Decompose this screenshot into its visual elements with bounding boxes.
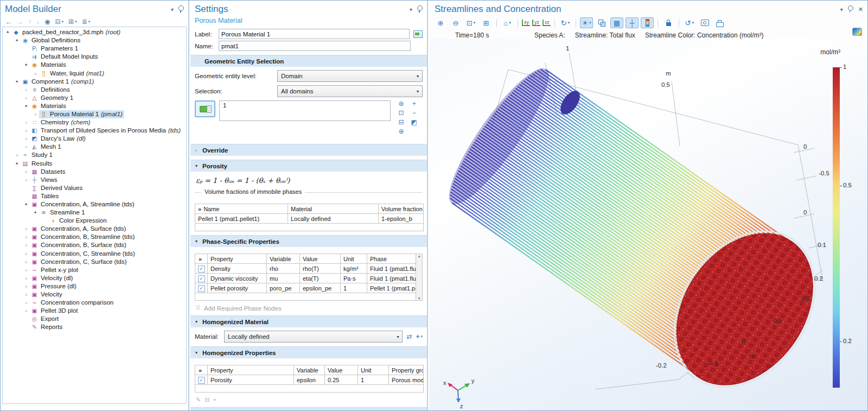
tree-item-concentration-a-surface-tds[interactable]: ▹▣Concentration, A, Surface (tds) <box>3 225 186 233</box>
tree-item-velocity[interactable]: ▹▣Velocity <box>3 290 186 299</box>
tree-item-parameters-1[interactable]: PᵢParameters 1 <box>3 45 186 53</box>
checkbox-checked-icon[interactable]: ✓ <box>198 265 205 273</box>
invert-selection-icon[interactable]: ◩ <box>410 119 419 126</box>
panel-menu-icon[interactable]: ▾ <box>171 7 174 12</box>
tree-item-content[interactable]: ▦Datasets <box>30 168 67 176</box>
name-input[interactable] <box>219 41 411 51</box>
tree-item-content[interactable]: ∑Derived Values <box>30 184 84 192</box>
section-homogenized-properties[interactable]: ▾ Homogenized Properties <box>190 346 427 358</box>
column-header[interactable]: Property <box>208 365 294 375</box>
tree-item-content[interactable]: ⇉Default Model Inputs <box>30 53 99 61</box>
column-header[interactable]: Value <box>325 365 358 375</box>
material-dropdown[interactable]: Locally defined ▾ <box>224 331 403 343</box>
tree-item-content[interactable]: ▤Results <box>21 160 54 168</box>
zoom-out-button[interactable]: ⊖ <box>449 17 462 28</box>
panel-menu-icon[interactable]: ▾ <box>840 7 843 12</box>
tree-item-streamline-1[interactable]: ▸≋Streamline 1 <box>3 208 186 217</box>
table-row[interactable]: ✓Densityrhorho(T)kg/m³Fluid 1 (pmat1.flu… <box>195 264 416 274</box>
tree-expander-icon[interactable]: ▹ <box>23 258 30 266</box>
tree-item-content[interactable]: ◭Mesh 1 <box>30 143 63 151</box>
tree-item-content[interactable]: ▣Velocity <box>30 290 64 299</box>
tree-item-content[interactable]: ✎Reports <box>30 323 64 331</box>
tree-item-content[interactable]: ∼Pellet x-y plot <box>30 266 80 274</box>
move-up-icon[interactable]: ↑ <box>28 18 31 26</box>
tree-item-content[interactable]: ≋Streamline 1 <box>39 208 87 217</box>
remove-from-selection-icon[interactable]: − <box>410 110 419 117</box>
tree-item-global-definitions[interactable]: ▸◉Global Definitions <box>3 36 186 45</box>
column-header[interactable]: Unit <box>341 254 367 264</box>
tree-item-darcy-s-law[interactable]: ▹◩Darcy's Law(dl) <box>3 135 186 143</box>
table-row[interactable]: ✓Porosityepsilon0.251Porous model <box>195 375 424 385</box>
back-icon[interactable]: ← <box>5 18 12 26</box>
pin-icon[interactable] <box>178 5 184 11</box>
tree-item-concentration-b-surface-tds[interactable]: ▹▣Concentration, B, Surface (tds) <box>3 241 186 249</box>
section-appearance[interactable]: ▹ Appearance <box>190 407 427 411</box>
tree-expander-icon[interactable]: ▹ <box>33 69 39 78</box>
selection-list-item[interactable]: 1 <box>223 102 226 109</box>
table-row[interactable]: ✓Pellet porosityporo_peepsilon_pe1Pellet… <box>195 283 416 293</box>
tree-item-concentration-c-surface-tds[interactable]: ▹▣Concentration, C, Surface (tds) <box>3 258 186 266</box>
tree-item-content[interactable]: ∷Chemistry(chem) <box>30 118 92 127</box>
tree-item-content[interactable]: ▣Velocity (dl) <box>30 274 74 282</box>
tree-expander-icon[interactable]: ▹ <box>23 143 30 151</box>
tree-item-velocity-dl[interactable]: ▹▣Velocity (dl) <box>3 274 186 282</box>
column-header[interactable]: Property <box>208 254 267 264</box>
model-tree-node-button[interactable]: ≣ ▾ <box>82 18 91 26</box>
view-xz-button[interactable]: xz <box>542 20 551 26</box>
tree-item-definitions[interactable]: ▹≡Definitions <box>3 86 186 94</box>
show-icon[interactable]: ◉ <box>44 18 50 26</box>
copy-selection-icon[interactable]: ⊡ <box>397 110 406 117</box>
forward-icon[interactable]: → <box>17 18 23 26</box>
scene-light-button[interactable]: ☀▾ <box>580 17 593 28</box>
tree-item-content[interactable]: ◉Materials <box>30 102 68 110</box>
tree-item-content[interactable]: ▣Concentration, B, Streamline (tds) <box>30 233 136 241</box>
tree-expander-icon[interactable]: ▹ <box>23 135 30 143</box>
plot-thumbnail-icon[interactable] <box>852 28 862 36</box>
tree-item-content[interactable]: ◉Global Definitions <box>21 36 82 45</box>
snapshot-button[interactable] <box>698 17 711 28</box>
tree-item-materials[interactable]: ▸◉Materials <box>3 102 186 110</box>
tree-item-content[interactable]: ⣿Water, liquid(mat1) <box>39 69 106 78</box>
tree-expander-icon[interactable]: ▹ <box>23 176 30 184</box>
tree-expander-icon[interactable]: ▹ <box>23 168 30 176</box>
column-header[interactable]: Value <box>300 254 341 264</box>
expand-all-button[interactable]: ⊞ ▾ <box>68 18 77 26</box>
default-view-button[interactable]: ⌂▾ <box>501 17 514 28</box>
rotate-button[interactable]: ↻▾ <box>559 17 572 28</box>
tree-item-concentration-a-streamline-tds[interactable]: ▸▣Concentration, A, Streamline (tds) <box>3 200 186 208</box>
tree-expander-icon[interactable]: ▹ <box>23 307 30 315</box>
tree-item-content[interactable]: ◧Transport of Diluted Species in Porous … <box>30 127 182 135</box>
tree-expander-icon[interactable]: ▹ <box>23 266 30 274</box>
column-header[interactable]: Name <box>195 204 288 214</box>
tree-item-color-expression[interactable]: ◑Color Expression <box>3 217 186 225</box>
tree-item-content[interactable]: ◩Darcy's Law(dl) <box>30 135 87 143</box>
column-header[interactable]: Volume fraction <box>379 204 424 214</box>
transparency-button[interactable] <box>595 17 608 28</box>
tree-item-content[interactable]: ▣Component 1(comp1) <box>21 78 95 86</box>
tree-item-datasets[interactable]: ▹▦Datasets <box>3 168 186 176</box>
column-header[interactable]: Variable <box>267 254 300 264</box>
tree-item-derived-values[interactable]: ∑Derived Values <box>3 184 186 192</box>
tree-item-content[interactable]: ∼Concentration comparison <box>30 299 115 307</box>
tree-item-content[interactable]: ┼Views <box>30 176 59 184</box>
column-header[interactable]: Phase <box>367 254 416 264</box>
print-button[interactable] <box>713 17 726 28</box>
scene-3d[interactable]: x y z <box>429 39 868 411</box>
tree-item-export[interactable]: ◎Export <box>3 315 186 323</box>
section-override[interactable]: ▹ Override <box>190 144 427 156</box>
grid-button[interactable]: ▦ <box>610 17 623 28</box>
tree-item-content[interactable]: ▣Concentration, C, Streamline (tds) <box>30 250 137 258</box>
edit-icon[interactable]: ✎ <box>196 396 201 403</box>
tree-item-materials[interactable]: ▸◉Materials <box>3 61 186 69</box>
pin-icon[interactable] <box>848 5 853 11</box>
tree-item-transport-of-diluted-species-in-porous-media[interactable]: ▹◧Transport of Diluted Species in Porous… <box>3 127 186 135</box>
tree-item-concentration-c-streamline-tds[interactable]: ▹▣Concentration, C, Streamline (tds) <box>3 250 186 258</box>
column-header[interactable]: Unit <box>358 365 389 375</box>
tree-item-content[interactable]: ▣Concentration, A, Surface (tds) <box>30 225 127 233</box>
tree-item-pellet-3d-plot[interactable]: ▹▣Pellet 3D plot <box>3 307 186 315</box>
tree-expander-icon[interactable]: ▹ <box>23 290 30 299</box>
table-scrollbar[interactable]: ▲▼ <box>416 254 423 301</box>
tree-item-content[interactable]: ▣Concentration, B, Surface (tds) <box>30 241 128 249</box>
tree-item-content[interactable]: ◆packed_bed_reactor_3d.mph(root) <box>11 28 122 36</box>
selection-list[interactable]: 1 <box>219 100 391 121</box>
